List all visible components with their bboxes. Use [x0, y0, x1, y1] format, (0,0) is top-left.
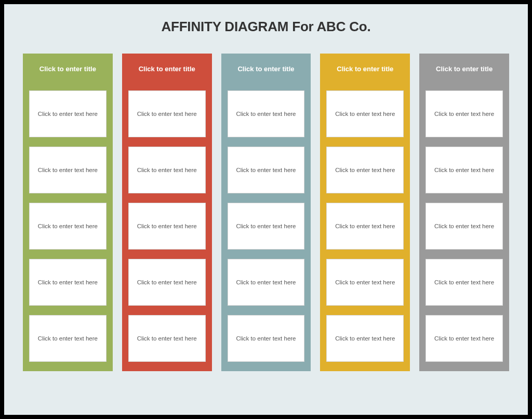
column-1-title[interactable]: Click to enter title [29, 63, 107, 75]
column-4: Click to enter title Click to enter text… [320, 54, 410, 371]
column-2-cards: Click to enter text here Click to enter … [128, 90, 206, 362]
card[interactable]: Click to enter text here [29, 203, 107, 250]
diagram-canvas: AFFINITY DIAGRAM For ABC Co. Click to en… [4, 4, 528, 415]
column-4-cards: Click to enter text here Click to enter … [326, 90, 404, 362]
column-1: Click to enter title Click to enter text… [23, 54, 113, 371]
column-5-cards: Click to enter text here Click to enter … [425, 90, 503, 362]
card[interactable]: Click to enter text here [425, 147, 503, 193]
card[interactable]: Click to enter text here [29, 90, 107, 137]
column-3: Click to enter title Click to enter text… [221, 54, 311, 371]
card[interactable]: Click to enter text here [326, 315, 404, 362]
column-2-title[interactable]: Click to enter title [128, 63, 206, 75]
card[interactable]: Click to enter text here [128, 203, 206, 250]
column-1-cards: Click to enter text here Click to enter … [29, 90, 107, 362]
card[interactable]: Click to enter text here [425, 90, 503, 137]
card[interactable]: Click to enter text here [228, 147, 305, 193]
column-5-title[interactable]: Click to enter title [425, 63, 503, 75]
card[interactable]: Click to enter text here [128, 90, 206, 137]
column-4-title[interactable]: Click to enter title [326, 63, 404, 75]
card[interactable]: Click to enter text here [128, 259, 206, 306]
card[interactable]: Click to enter text here [425, 203, 503, 250]
card[interactable]: Click to enter text here [128, 147, 206, 193]
card[interactable]: Click to enter text here [29, 259, 107, 306]
column-3-title[interactable]: Click to enter title [228, 63, 305, 75]
card[interactable]: Click to enter text here [228, 90, 305, 137]
diagram-title[interactable]: AFFINITY DIAGRAM For ABC Co. [23, 19, 509, 35]
card[interactable]: Click to enter text here [425, 259, 503, 306]
card[interactable]: Click to enter text here [29, 147, 107, 193]
card[interactable]: Click to enter text here [326, 90, 404, 137]
card[interactable]: Click to enter text here [326, 203, 404, 250]
column-2: Click to enter title Click to enter text… [122, 54, 212, 371]
card[interactable]: Click to enter text here [228, 203, 305, 250]
card[interactable]: Click to enter text here [228, 259, 305, 306]
card[interactable]: Click to enter text here [128, 315, 206, 362]
card[interactable]: Click to enter text here [29, 315, 107, 362]
columns-container: Click to enter title Click to enter text… [23, 54, 509, 371]
card[interactable]: Click to enter text here [326, 147, 404, 193]
card[interactable]: Click to enter text here [228, 315, 305, 362]
column-3-cards: Click to enter text here Click to enter … [228, 90, 305, 362]
card[interactable]: Click to enter text here [326, 259, 404, 306]
column-5: Click to enter title Click to enter text… [419, 54, 509, 371]
card[interactable]: Click to enter text here [425, 315, 503, 362]
